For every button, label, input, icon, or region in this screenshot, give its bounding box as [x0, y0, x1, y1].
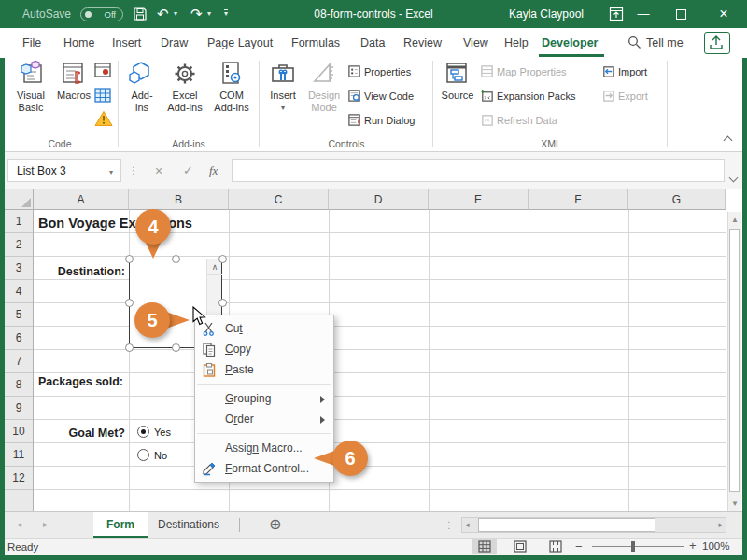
tab-insert[interactable]: Insert: [112, 28, 141, 58]
row-header-9[interactable]: 9: [5, 397, 34, 420]
cancel-icon[interactable]: ×: [155, 152, 162, 189]
minimize-button[interactable]: —: [627, 0, 659, 28]
worksheet-gridlines[interactable]: [34, 210, 726, 511]
expansion-packs-button[interactable]: Expansion Packs: [480, 87, 575, 105]
zoom-slider-thumb[interactable]: [631, 541, 635, 552]
selection-handle[interactable]: [125, 343, 134, 352]
row-header-8[interactable]: 8: [5, 373, 34, 397]
tab-home[interactable]: Home: [63, 28, 94, 58]
tab-page-layout[interactable]: Page Layout: [207, 28, 273, 58]
tab-file[interactable]: File: [22, 28, 41, 58]
name-box-caret-icon[interactable]: ▾: [109, 161, 113, 184]
selection-handle[interactable]: [218, 255, 227, 263]
column-header-b[interactable]: B: [129, 189, 229, 210]
row-header-7[interactable]: 7: [5, 350, 34, 373]
sheet-nav-left-icon[interactable]: ◂: [17, 519, 21, 529]
tell-me-label[interactable]: Tell me: [646, 28, 684, 58]
visual-basic-button[interactable]: Visual Basic: [7, 60, 54, 114]
tab-formulas[interactable]: Formulas: [291, 28, 340, 58]
addins-button[interactable]: Add- ins: [121, 60, 162, 114]
export-button[interactable]: Export: [601, 87, 648, 105]
map-properties-button[interactable]: Map Properties: [480, 63, 567, 81]
macro-security-button[interactable]: [94, 110, 113, 131]
selection-handle[interactable]: [172, 255, 180, 263]
row-header-12[interactable]: 12: [5, 467, 34, 490]
user-name[interactable]: Kayla Claypool: [495, 0, 598, 28]
row-header-1[interactable]: 1: [5, 210, 34, 233]
radio-yes[interactable]: [137, 426, 149, 438]
close-button[interactable]: ×: [708, 0, 740, 28]
zoom-out-button[interactable]: −: [575, 539, 583, 553]
source-button[interactable]: Source: [437, 60, 478, 102]
row-header-13-partial[interactable]: [5, 490, 34, 511]
insert-dropdown-caret-icon[interactable]: ▾: [263, 102, 303, 114]
menu-item-cut[interactable]: Cut: [195, 318, 333, 339]
horizontal-scrollbar-thumb[interactable]: [478, 518, 655, 532]
view-page-break-button[interactable]: [543, 539, 568, 554]
maximize-button[interactable]: [665, 0, 697, 28]
select-all-corner[interactable]: [5, 189, 34, 210]
design-mode-button[interactable]: Design Mode: [303, 60, 345, 114]
menu-item-format-control[interactable]: Format Control...: [195, 458, 333, 479]
cell-a3[interactable]: Destination:: [34, 265, 125, 278]
row-header-5[interactable]: 5: [5, 303, 34, 327]
formula-input[interactable]: [232, 159, 725, 182]
fx-icon[interactable]: fx: [209, 152, 218, 189]
sheet-tab-destinations[interactable]: Destinations: [148, 512, 230, 538]
cell-a10[interactable]: Goal Met?: [34, 427, 125, 440]
properties-button[interactable]: Properties: [347, 63, 411, 81]
tab-help[interactable]: Help: [504, 28, 529, 58]
zoom-slider-track[interactable]: [592, 546, 684, 547]
sheet-tab-form[interactable]: Form: [93, 512, 148, 538]
macros-button[interactable]: Macros: [52, 60, 95, 102]
tab-data[interactable]: Data: [360, 28, 385, 58]
hscroll-left-icon[interactable]: ◂: [465, 520, 470, 529]
tab-draw[interactable]: Draw: [161, 28, 188, 58]
scroll-down-arrow-icon[interactable]: ▼: [729, 499, 740, 508]
column-header-d[interactable]: D: [329, 189, 429, 210]
column-header-f[interactable]: F: [529, 189, 628, 210]
import-button[interactable]: Import: [601, 63, 647, 81]
row-header-3[interactable]: 3: [5, 257, 34, 280]
row-header-2[interactable]: 2: [5, 233, 34, 257]
splitter-dots-icon[interactable]: ⋮: [444, 520, 454, 530]
view-page-layout-button[interactable]: [508, 539, 532, 554]
name-box[interactable]: List Box 3 ▾: [7, 159, 121, 182]
enter-check-icon[interactable]: ✓: [183, 152, 193, 189]
column-header-e[interactable]: E: [429, 189, 529, 210]
column-header-c[interactable]: C: [229, 189, 329, 210]
selection-handle[interactable]: [218, 299, 227, 307]
sheet-nav-right-icon[interactable]: ▸: [43, 519, 48, 529]
collapse-ribbon-button[interactable]: [725, 131, 731, 147]
com-addins-button[interactable]: COM Add-ins: [207, 60, 256, 114]
row-header-10[interactable]: 10: [5, 420, 34, 443]
vertical-scrollbar-thumb[interactable]: [729, 229, 740, 492]
zoom-level[interactable]: 100%: [702, 540, 729, 552]
zoom-in-button[interactable]: +: [689, 539, 697, 553]
use-relative-references-button[interactable]: [93, 86, 112, 108]
selection-handle[interactable]: [125, 255, 134, 263]
record-macro-button[interactable]: [93, 62, 112, 84]
hscroll-right-icon[interactable]: ▸: [718, 520, 723, 529]
search-icon[interactable]: [627, 35, 641, 53]
radio-no-label[interactable]: No: [154, 450, 167, 461]
column-header-a[interactable]: A: [34, 189, 129, 210]
radio-yes-label[interactable]: Yes: [154, 427, 171, 438]
menu-item-assign-macro[interactable]: Assign Macro...: [195, 438, 333, 458]
row-header-11[interactable]: 11: [5, 443, 34, 467]
menu-item-grouping[interactable]: Grouping: [195, 388, 333, 409]
run-dialog-button[interactable]: Run Dialog: [347, 111, 415, 130]
menu-item-order[interactable]: Order: [195, 409, 333, 429]
row-header-6[interactable]: 6: [5, 327, 34, 350]
refresh-data-button[interactable]: Refresh Data: [480, 111, 557, 130]
expand-formula-bar-button[interactable]: [730, 168, 737, 185]
insert-control-button[interactable]: Insert ▾: [263, 60, 303, 114]
selection-handle[interactable]: [172, 343, 180, 352]
tab-review[interactable]: Review: [403, 28, 442, 58]
tab-view[interactable]: View: [463, 28, 488, 58]
share-button[interactable]: [704, 32, 730, 54]
ribbon-display-options-icon[interactable]: [609, 7, 624, 25]
row-header-4[interactable]: 4: [5, 280, 34, 303]
view-normal-button[interactable]: [472, 539, 497, 554]
radio-no[interactable]: [137, 449, 149, 461]
